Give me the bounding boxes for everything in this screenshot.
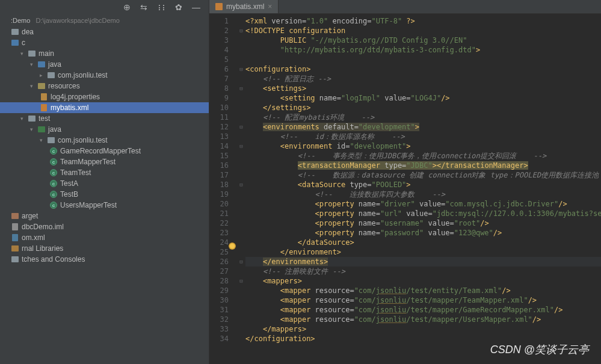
close-icon[interactable]: × [268, 2, 272, 11]
tree-file-selected[interactable]: mybatis.xml [0, 102, 209, 113]
line-gutter: 1234567891011121314151617181920212223242… [209, 14, 237, 364]
intention-bulb-icon[interactable] [229, 242, 236, 250]
tree-folder[interactable]: ▾resources [0, 81, 209, 91]
tree-folder[interactable]: dea [0, 26, 209, 37]
tree-class[interactable]: cTeamTest [0, 167, 209, 178]
project-tree: dea c ▾main ▾java ▸com.jsonliu.test ▾res… [0, 25, 209, 364]
editor-tab[interactable]: mybatis.xml × [209, 0, 279, 13]
tree-folder[interactable]: c [0, 37, 209, 48]
tree-file[interactable]: om.xml [0, 232, 209, 243]
tree-folder[interactable]: ▾main [0, 48, 209, 59]
tree-libs[interactable]: rnal Libraries [0, 243, 209, 254]
tree-class[interactable]: cUsersMapperTest [0, 200, 209, 211]
tab-label: mybatis.xml [226, 2, 264, 11]
tree-class[interactable]: cTestB [0, 189, 209, 200]
tree-folder[interactable]: ▾java [0, 124, 209, 135]
tree-folder[interactable]: arget [0, 211, 209, 221]
xml-icon [215, 3, 223, 10]
code-editor[interactable]: 1234567891011121314151617181920212223242… [209, 14, 601, 364]
code-lines[interactable]: <?xml version="1.0" encoding="UTF-8" ?><… [245, 14, 601, 364]
tree-package[interactable]: ▾com.jsonliu.test [0, 135, 209, 146]
watermark: CSDN @笑谈子云亭 [490, 342, 589, 357]
expand-icon[interactable]: ⇆ [140, 2, 147, 12]
tree-file[interactable]: log4j.properties [0, 91, 209, 102]
editor-tab-bar: mybatis.xml × [209, 0, 601, 14]
tree-class[interactable]: cTestA [0, 178, 209, 189]
target-icon[interactable]: ⊕ [123, 2, 131, 12]
editor-area: mybatis.xml × 12345678910111213141516171… [209, 0, 601, 364]
tree-file[interactable]: dbcDemo.iml [0, 221, 209, 232]
tree-folder[interactable]: ▾test [0, 113, 209, 124]
tree-scratches[interactable]: tches and Consoles [0, 254, 209, 265]
fold-gutter: ⊟⊟⊟⊟⊟⊟⊟⊟ [237, 14, 245, 364]
sidebar-toolbar: ⊕ ⇆ ⫶⫶ ✿ — [0, 0, 209, 14]
minimize-icon[interactable]: — [192, 2, 200, 12]
gear-icon[interactable]: ✿ [175, 2, 182, 12]
breadcrumb: :Demo D:\javaworkspace\jdbcDemo [0, 14, 209, 25]
tree-folder[interactable]: ▾java [0, 59, 209, 70]
show-icon[interactable]: ⫶⫶ [157, 2, 165, 12]
tree-class[interactable]: cGameRecordMapperTest [0, 146, 209, 156]
tree-package[interactable]: ▸com.jsonliu.test [0, 70, 209, 81]
project-sidebar: ⊕ ⇆ ⫶⫶ ✿ — :Demo D:\javaworkspace\jdbcDe… [0, 0, 209, 364]
tree-class[interactable]: cTeamMapperTest [0, 156, 209, 167]
